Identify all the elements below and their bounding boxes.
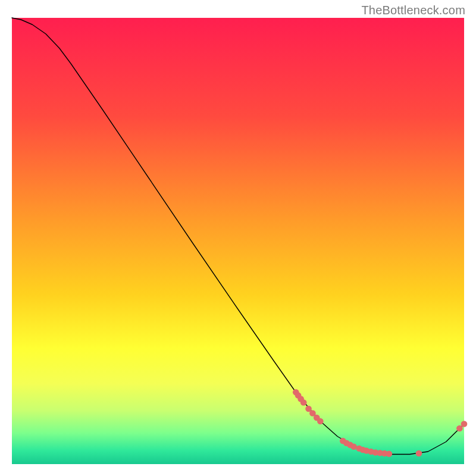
data-marker: [350, 443, 357, 450]
data-marker: [416, 450, 422, 457]
data-marker: [456, 425, 463, 432]
chart-container: TheBottleneck.com: [0, 0, 476, 476]
attribution-label: TheBottleneck.com: [361, 4, 465, 17]
plot-area: [12, 18, 467, 464]
data-marker: [317, 418, 324, 425]
data-marker: [386, 450, 393, 457]
gradient-background: [12, 18, 464, 464]
bottleneck-chart: [0, 0, 476, 476]
data-marker: [461, 421, 468, 427]
data-marker: [300, 399, 307, 406]
